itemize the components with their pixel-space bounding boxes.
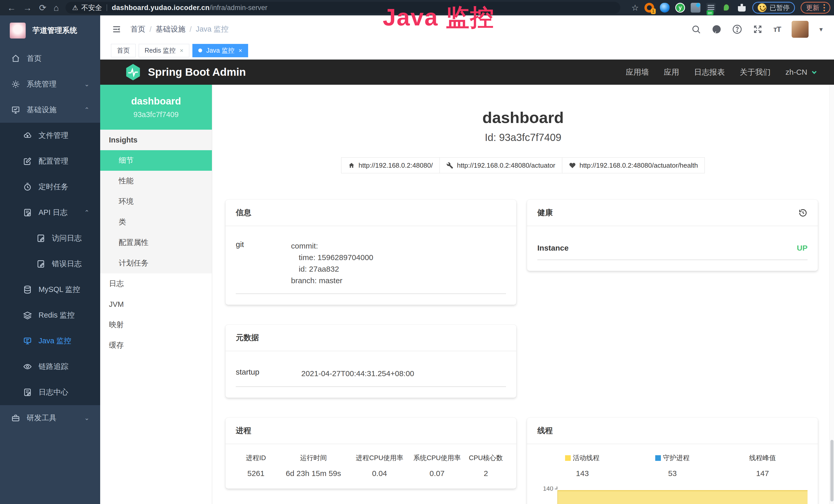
bookmark-star-icon[interactable]: ☆	[631, 3, 639, 13]
sba-content: dashboard 93a3fc7f7409 Insights 细节 性能 环境…	[100, 85, 834, 504]
tab-bar: 首页 Redis 监控 × Java 监控 ×	[100, 43, 834, 60]
layers-icon	[23, 311, 32, 320]
sidebar-item-mysql-monitor[interactable]: MySQL 监控	[0, 277, 100, 302]
chevron-down-icon: ⌄	[84, 81, 89, 88]
sidebar-item-infrastructure[interactable]: 基础设施 ⌃	[0, 97, 100, 123]
service-url-link[interactable]: http://192.168.0.2:48080/	[341, 157, 440, 173]
collapse-menu-icon[interactable]	[111, 24, 122, 35]
sidebar-item-file-management[interactable]: 文件管理	[0, 123, 100, 148]
avatar[interactable]	[792, 21, 809, 38]
breadcrumb-home[interactable]: 首页	[130, 24, 146, 35]
threads-chart: 140 120 100	[537, 486, 808, 504]
sba-instance-header[interactable]: dashboard 93a3fc7f7409	[100, 85, 212, 130]
database-icon	[23, 285, 32, 294]
sba-item-environment[interactable]: 环境	[100, 191, 212, 212]
card-title: 信息	[236, 207, 251, 218]
sba-item-details[interactable]: 细节	[100, 150, 212, 171]
health-url-link[interactable]: http://192.168.0.2:48080/actuator/health	[562, 157, 705, 173]
scrollbar-thumb[interactable]	[830, 440, 833, 501]
home-icon[interactable]: ⌂	[54, 3, 59, 13]
actuator-url-link[interactable]: http://192.168.0.2:48080/actuator	[439, 157, 562, 173]
sba-item-caches[interactable]: 缓存	[100, 335, 212, 356]
info-card: 信息 git commit: time: 1596289704000 id: 2…	[225, 200, 516, 305]
back-icon[interactable]: ←	[7, 3, 16, 13]
sidebar-item-redis-monitor[interactable]: Redis 监控	[0, 302, 100, 328]
extension-badge: 1	[651, 8, 656, 14]
sba-brand[interactable]: Spring Boot Admin	[125, 63, 246, 81]
page-title: dashboard	[212, 108, 834, 127]
brand-logo	[10, 23, 26, 39]
sba-nav-applications[interactable]: 应用	[664, 67, 679, 77]
forward-icon[interactable]: →	[23, 3, 32, 13]
extension-pin-icon[interactable]	[660, 3, 670, 13]
sidebar-item-scheduled-tasks[interactable]: 定时任务	[0, 174, 100, 200]
scrollbar[interactable]	[829, 85, 834, 504]
sidebar-item-api-logs[interactable]: API 日志 ⌃	[0, 200, 100, 225]
cloud-upload-icon	[23, 131, 32, 140]
sidebar-item-access-logs[interactable]: 访问日志	[0, 225, 100, 251]
close-icon[interactable]: ×	[180, 47, 183, 54]
sidebar-item-config-management[interactable]: 配置管理	[0, 148, 100, 174]
sba-nav-wallboard[interactable]: 应用墙	[626, 67, 649, 77]
chevron-up-icon: ⌃	[84, 209, 89, 216]
sba-nav-journal[interactable]: 日志报表	[694, 67, 725, 77]
close-icon[interactable]: ×	[239, 47, 242, 54]
process-card: 进程 进程ID5261 运行时间6d 23h 15m 59s 进程CPU使用率0…	[225, 418, 516, 488]
sidebar-item-log-center[interactable]: 日志中心	[0, 380, 100, 405]
reload-icon[interactable]: ⟳	[39, 3, 46, 13]
tab-home[interactable]: 首页	[111, 44, 136, 57]
history-icon[interactable]	[798, 208, 808, 217]
search-icon[interactable]	[691, 24, 701, 34]
tab-redis-monitor[interactable]: Redis 监控 ×	[139, 44, 189, 57]
sidebar-item-java-monitor[interactable]: Java 监控	[0, 328, 100, 354]
admin-sidebar: 芋道管理系统 首页 系统管理 ⌄ 基础设施 ⌃	[0, 16, 100, 504]
edit-icon	[23, 157, 32, 166]
browser-menu-icon[interactable]	[824, 4, 825, 11]
cards-grid: 信息 git commit: time: 1596289704000 id: 2…	[225, 200, 834, 504]
sba-nav-about[interactable]: 关于我们	[740, 67, 771, 77]
sidebar-item-home[interactable]: 首页	[0, 46, 100, 71]
eye-icon	[23, 362, 32, 371]
startup-key: startup	[236, 368, 301, 379]
home-icon	[11, 54, 20, 63]
header-actions: тT ▾	[691, 21, 823, 38]
java-monitor-icon	[23, 337, 32, 345]
extension-grid-icon[interactable]	[691, 3, 700, 13]
caret-down-icon[interactable]: ▾	[819, 25, 823, 33]
sba-header: Spring Boot Admin 应用墙 应用 日志报表 关于我们 zh-CN	[100, 60, 834, 85]
heart-icon	[569, 162, 576, 169]
tab-java-monitor[interactable]: Java 监控 ×	[192, 44, 248, 57]
log-edit-icon	[23, 388, 32, 397]
extensions-puzzle-icon[interactable]	[737, 3, 747, 13]
extension-leaf-icon[interactable]	[722, 3, 731, 13]
sba-item-metrics[interactable]: 性能	[100, 171, 212, 191]
sba-item-logs[interactable]: 日志	[100, 273, 212, 294]
sba-item-classes[interactable]: 类	[100, 212, 212, 232]
sidebar-item-dev-tools[interactable]: 研发工具 ⌄	[0, 405, 100, 431]
sidebar-item-tracing[interactable]: 链路追踪	[0, 354, 100, 380]
card-title: 进程	[236, 426, 251, 436]
extension-orange-icon[interactable]: 1	[644, 3, 654, 13]
sba-item-scheduled[interactable]: 计划任务	[100, 253, 212, 273]
status-badge: UP	[797, 244, 808, 252]
address-bar[interactable]: ⚠ 不安全 dashboard.yudao.iocoder.cn/infra/a…	[66, 2, 620, 14]
github-icon[interactable]	[712, 24, 722, 34]
help-icon[interactable]	[732, 24, 742, 34]
paused-badge[interactable]: 已暂停	[752, 2, 795, 14]
breadcrumb-infrastructure[interactable]: 基础设施	[156, 24, 185, 35]
extension-switch-icon[interactable]: on	[706, 3, 716, 13]
sidebar-item-error-logs[interactable]: 错误日志	[0, 251, 100, 277]
card-title: 健康	[537, 207, 553, 218]
brand-row: 芋道管理系统	[0, 16, 100, 46]
sba-item-config-props[interactable]: 配置属性	[100, 232, 212, 253]
language-select[interactable]: zh-CN	[786, 68, 817, 76]
sba-item-mappings[interactable]: 映射	[100, 315, 212, 335]
security-label[interactable]: 不安全	[81, 3, 102, 12]
sba-item-jvm[interactable]: JVM	[100, 294, 212, 315]
fullscreen-icon[interactable]	[753, 24, 763, 34]
update-button[interactable]: 更新	[800, 2, 830, 14]
live-threads-value: 143	[537, 469, 628, 478]
font-size-icon[interactable]: тT	[773, 25, 781, 33]
extension-green-icon[interactable]: y	[675, 3, 685, 13]
sidebar-item-system[interactable]: 系统管理 ⌄	[0, 71, 100, 97]
